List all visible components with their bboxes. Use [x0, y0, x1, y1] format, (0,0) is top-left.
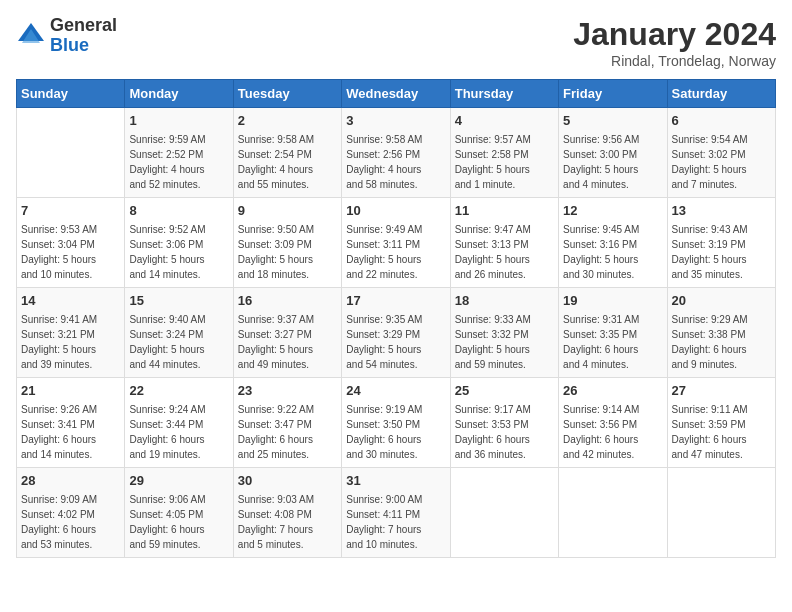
calendar-cell: 18Sunrise: 9:33 AMSunset: 3:32 PMDayligh… [450, 288, 558, 378]
calendar-cell: 6Sunrise: 9:54 AMSunset: 3:02 PMDaylight… [667, 108, 775, 198]
logo: General Blue [16, 16, 117, 56]
weekday-header-row: SundayMondayTuesdayWednesdayThursdayFrid… [17, 80, 776, 108]
day-number: 16 [238, 292, 337, 310]
day-number: 31 [346, 472, 445, 490]
calendar-cell: 12Sunrise: 9:45 AMSunset: 3:16 PMDayligh… [559, 198, 667, 288]
calendar-cell: 26Sunrise: 9:14 AMSunset: 3:56 PMDayligh… [559, 378, 667, 468]
weekday-header-friday: Friday [559, 80, 667, 108]
weekday-header-sunday: Sunday [17, 80, 125, 108]
calendar-cell [667, 468, 775, 558]
day-info: Sunrise: 9:49 AMSunset: 3:11 PMDaylight:… [346, 222, 445, 282]
calendar-cell: 10Sunrise: 9:49 AMSunset: 3:11 PMDayligh… [342, 198, 450, 288]
day-number: 19 [563, 292, 662, 310]
calendar-cell: 3Sunrise: 9:58 AMSunset: 2:56 PMDaylight… [342, 108, 450, 198]
calendar-cell: 20Sunrise: 9:29 AMSunset: 3:38 PMDayligh… [667, 288, 775, 378]
day-info: Sunrise: 9:35 AMSunset: 3:29 PMDaylight:… [346, 312, 445, 372]
day-number: 13 [672, 202, 771, 220]
day-info: Sunrise: 9:41 AMSunset: 3:21 PMDaylight:… [21, 312, 120, 372]
weekday-header-monday: Monday [125, 80, 233, 108]
day-info: Sunrise: 9:43 AMSunset: 3:19 PMDaylight:… [672, 222, 771, 282]
calendar-cell: 21Sunrise: 9:26 AMSunset: 3:41 PMDayligh… [17, 378, 125, 468]
day-number: 4 [455, 112, 554, 130]
day-number: 30 [238, 472, 337, 490]
day-number: 29 [129, 472, 228, 490]
calendar-cell: 1Sunrise: 9:59 AMSunset: 2:52 PMDaylight… [125, 108, 233, 198]
day-number: 12 [563, 202, 662, 220]
day-number: 9 [238, 202, 337, 220]
day-info: Sunrise: 9:47 AMSunset: 3:13 PMDaylight:… [455, 222, 554, 282]
day-number: 18 [455, 292, 554, 310]
day-number: 23 [238, 382, 337, 400]
calendar-cell: 31Sunrise: 9:00 AMSunset: 4:11 PMDayligh… [342, 468, 450, 558]
day-info: Sunrise: 9:59 AMSunset: 2:52 PMDaylight:… [129, 132, 228, 192]
day-number: 24 [346, 382, 445, 400]
day-info: Sunrise: 9:14 AMSunset: 3:56 PMDaylight:… [563, 402, 662, 462]
day-number: 28 [21, 472, 120, 490]
day-number: 3 [346, 112, 445, 130]
day-info: Sunrise: 9:11 AMSunset: 3:59 PMDaylight:… [672, 402, 771, 462]
location: Rindal, Trondelag, Norway [573, 53, 776, 69]
day-info: Sunrise: 9:24 AMSunset: 3:44 PMDaylight:… [129, 402, 228, 462]
calendar-cell [559, 468, 667, 558]
day-info: Sunrise: 9:06 AMSunset: 4:05 PMDaylight:… [129, 492, 228, 552]
calendar-cell: 5Sunrise: 9:56 AMSunset: 3:00 PMDaylight… [559, 108, 667, 198]
calendar-cell: 30Sunrise: 9:03 AMSunset: 4:08 PMDayligh… [233, 468, 341, 558]
day-info: Sunrise: 9:37 AMSunset: 3:27 PMDaylight:… [238, 312, 337, 372]
calendar-cell: 25Sunrise: 9:17 AMSunset: 3:53 PMDayligh… [450, 378, 558, 468]
weekday-header-tuesday: Tuesday [233, 80, 341, 108]
day-info: Sunrise: 9:00 AMSunset: 4:11 PMDaylight:… [346, 492, 445, 552]
day-info: Sunrise: 9:45 AMSunset: 3:16 PMDaylight:… [563, 222, 662, 282]
day-info: Sunrise: 9:58 AMSunset: 2:56 PMDaylight:… [346, 132, 445, 192]
day-info: Sunrise: 9:09 AMSunset: 4:02 PMDaylight:… [21, 492, 120, 552]
day-info: Sunrise: 9:56 AMSunset: 3:00 PMDaylight:… [563, 132, 662, 192]
day-info: Sunrise: 9:29 AMSunset: 3:38 PMDaylight:… [672, 312, 771, 372]
day-number: 25 [455, 382, 554, 400]
day-number: 22 [129, 382, 228, 400]
calendar-cell: 7Sunrise: 9:53 AMSunset: 3:04 PMDaylight… [17, 198, 125, 288]
day-info: Sunrise: 9:40 AMSunset: 3:24 PMDaylight:… [129, 312, 228, 372]
day-number: 5 [563, 112, 662, 130]
day-number: 6 [672, 112, 771, 130]
day-info: Sunrise: 9:52 AMSunset: 3:06 PMDaylight:… [129, 222, 228, 282]
calendar-cell: 13Sunrise: 9:43 AMSunset: 3:19 PMDayligh… [667, 198, 775, 288]
calendar-cell: 24Sunrise: 9:19 AMSunset: 3:50 PMDayligh… [342, 378, 450, 468]
calendar-cell: 29Sunrise: 9:06 AMSunset: 4:05 PMDayligh… [125, 468, 233, 558]
day-info: Sunrise: 9:53 AMSunset: 3:04 PMDaylight:… [21, 222, 120, 282]
week-row-5: 28Sunrise: 9:09 AMSunset: 4:02 PMDayligh… [17, 468, 776, 558]
calendar-cell: 2Sunrise: 9:58 AMSunset: 2:54 PMDaylight… [233, 108, 341, 198]
week-row-2: 7Sunrise: 9:53 AMSunset: 3:04 PMDaylight… [17, 198, 776, 288]
title-area: January 2024 Rindal, Trondelag, Norway [573, 16, 776, 69]
day-number: 21 [21, 382, 120, 400]
calendar-cell: 22Sunrise: 9:24 AMSunset: 3:44 PMDayligh… [125, 378, 233, 468]
calendar-cell: 4Sunrise: 9:57 AMSunset: 2:58 PMDaylight… [450, 108, 558, 198]
day-info: Sunrise: 9:33 AMSunset: 3:32 PMDaylight:… [455, 312, 554, 372]
day-info: Sunrise: 9:58 AMSunset: 2:54 PMDaylight:… [238, 132, 337, 192]
day-info: Sunrise: 9:17 AMSunset: 3:53 PMDaylight:… [455, 402, 554, 462]
day-info: Sunrise: 9:19 AMSunset: 3:50 PMDaylight:… [346, 402, 445, 462]
day-info: Sunrise: 9:54 AMSunset: 3:02 PMDaylight:… [672, 132, 771, 192]
weekday-header-saturday: Saturday [667, 80, 775, 108]
calendar-cell: 16Sunrise: 9:37 AMSunset: 3:27 PMDayligh… [233, 288, 341, 378]
day-number: 20 [672, 292, 771, 310]
calendar-cell: 9Sunrise: 9:50 AMSunset: 3:09 PMDaylight… [233, 198, 341, 288]
day-number: 14 [21, 292, 120, 310]
day-number: 15 [129, 292, 228, 310]
week-row-4: 21Sunrise: 9:26 AMSunset: 3:41 PMDayligh… [17, 378, 776, 468]
day-number: 26 [563, 382, 662, 400]
logo-icon [16, 21, 46, 51]
calendar-cell [450, 468, 558, 558]
week-row-1: 1Sunrise: 9:59 AMSunset: 2:52 PMDaylight… [17, 108, 776, 198]
calendar-cell: 19Sunrise: 9:31 AMSunset: 3:35 PMDayligh… [559, 288, 667, 378]
calendar-cell: 14Sunrise: 9:41 AMSunset: 3:21 PMDayligh… [17, 288, 125, 378]
day-number: 7 [21, 202, 120, 220]
calendar-cell: 23Sunrise: 9:22 AMSunset: 3:47 PMDayligh… [233, 378, 341, 468]
calendar-cell: 27Sunrise: 9:11 AMSunset: 3:59 PMDayligh… [667, 378, 775, 468]
calendar-table: SundayMondayTuesdayWednesdayThursdayFrid… [16, 79, 776, 558]
calendar-cell: 15Sunrise: 9:40 AMSunset: 3:24 PMDayligh… [125, 288, 233, 378]
header: General Blue January 2024 Rindal, Tronde… [16, 16, 776, 69]
day-info: Sunrise: 9:22 AMSunset: 3:47 PMDaylight:… [238, 402, 337, 462]
day-number: 1 [129, 112, 228, 130]
day-number: 10 [346, 202, 445, 220]
day-number: 11 [455, 202, 554, 220]
logo-blue: Blue [50, 35, 89, 55]
